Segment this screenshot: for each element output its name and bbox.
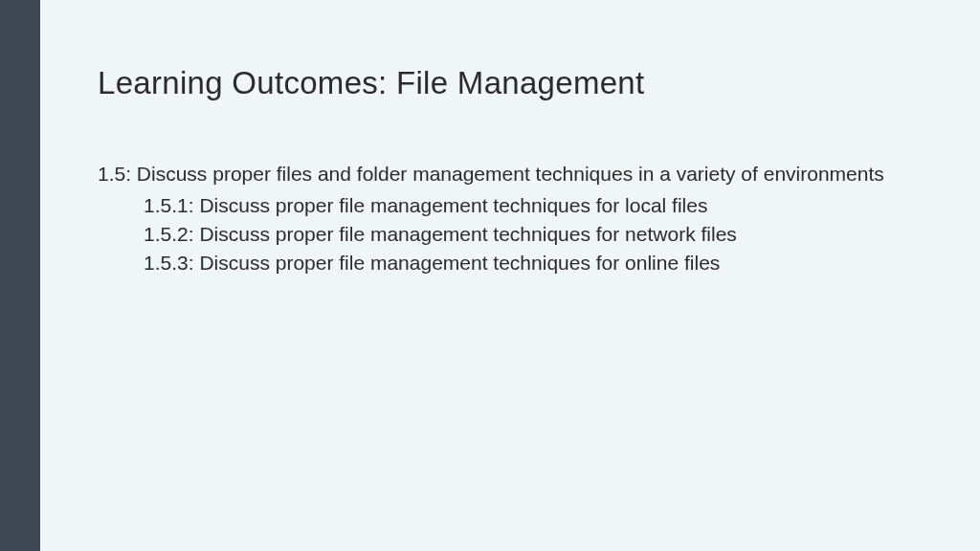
outcome-sub-item: 1.5.2: Discuss proper file management te… <box>144 220 923 249</box>
sidebar-accent <box>0 0 40 551</box>
outcome-sub-item: 1.5.1: Discuss proper file management te… <box>144 191 923 220</box>
outcome-sub-list: 1.5.1: Discuss proper file management te… <box>144 191 923 276</box>
slide: Learning Outcomes: File Management 1.5: … <box>0 0 980 551</box>
outcome-sub-item: 1.5.3: Discuss proper file management te… <box>144 249 923 277</box>
slide-content: Learning Outcomes: File Management 1.5: … <box>40 0 980 277</box>
outcome-main: 1.5: Discuss proper files and folder man… <box>98 161 923 187</box>
slide-title: Learning Outcomes: File Management <box>98 65 923 101</box>
